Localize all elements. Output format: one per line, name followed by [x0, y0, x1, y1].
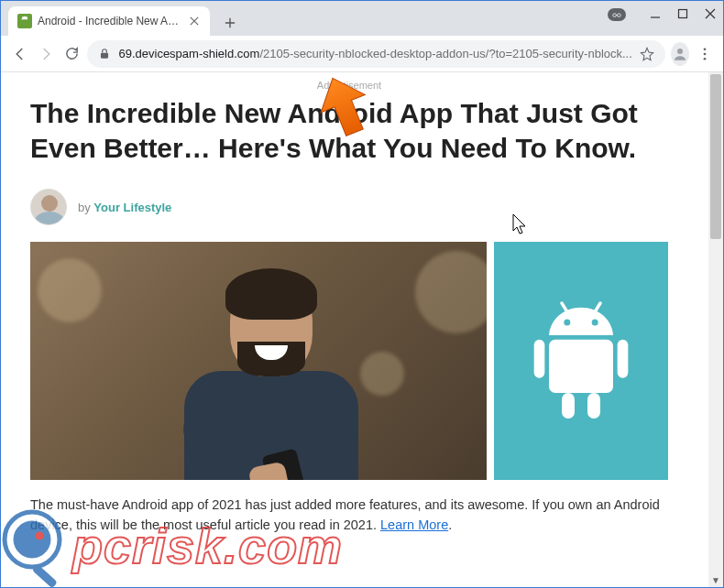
- incognito-icon: [608, 8, 626, 21]
- close-window-button[interactable]: [705, 6, 716, 23]
- svg-point-7: [703, 57, 706, 60]
- scrollbar-down-arrow-icon[interactable]: ▼: [708, 572, 723, 587]
- bookmark-star-icon[interactable]: [640, 47, 654, 61]
- window-titlebar: Android - Incredible New App - I: [1, 1, 723, 36]
- learn-more-link[interactable]: Learn More: [380, 517, 448, 532]
- svg-point-1: [618, 14, 621, 17]
- browser-tab[interactable]: Android - Incredible New App - I: [8, 6, 210, 36]
- svg-line-10: [562, 303, 567, 311]
- svg-rect-16: [587, 393, 600, 419]
- page-content: Advertisement The Incredible New Android…: [1, 72, 697, 536]
- svg-point-0: [613, 14, 617, 17]
- svg-line-11: [595, 303, 600, 311]
- svg-rect-14: [618, 340, 629, 378]
- svg-point-5: [703, 48, 706, 50]
- svg-rect-13: [534, 340, 545, 378]
- browser-toolbar: 69.devicespam-shield.com/2105-security-n…: [1, 36, 723, 72]
- svg-rect-3: [101, 52, 108, 58]
- lock-icon: [98, 48, 111, 60]
- back-button[interactable]: [10, 41, 30, 67]
- svg-rect-15: [562, 393, 575, 419]
- advertisement-label: Advertisement: [30, 80, 668, 91]
- svg-rect-12: [549, 340, 613, 393]
- svg-rect-2: [679, 10, 687, 18]
- hero-row: [30, 242, 668, 480]
- profile-avatar-button[interactable]: [671, 42, 690, 66]
- hero-side-panel: [494, 242, 668, 480]
- svg-point-9: [592, 320, 598, 326]
- svg-point-8: [564, 320, 570, 326]
- address-bar[interactable]: 69.devicespam-shield.com/2105-security-n…: [87, 40, 664, 68]
- scrollbar-thumb[interactable]: [710, 74, 721, 239]
- page-viewport: ▲ ▼ Advertisement The Incredible New And…: [1, 72, 723, 587]
- svg-point-4: [677, 49, 683, 54]
- author-name-link[interactable]: Your Lifestyle: [93, 201, 171, 214]
- window-controls: [608, 6, 716, 23]
- menu-button[interactable]: [695, 42, 714, 66]
- minimize-button[interactable]: [650, 6, 661, 23]
- new-tab-button[interactable]: [217, 10, 243, 36]
- byline-text: by Your Lifestyle: [78, 201, 171, 214]
- article-body-text: The must-have Android app of 2021 has ju…: [30, 497, 660, 532]
- forward-button[interactable]: [36, 41, 56, 67]
- tab-favicon-android-icon: [17, 14, 32, 28]
- vertical-scrollbar[interactable]: ▲ ▼: [708, 72, 723, 587]
- article-headline: The Incredible New Android App That Just…: [30, 96, 668, 165]
- svg-point-6: [703, 52, 706, 55]
- reload-button[interactable]: [61, 41, 82, 67]
- article-body: The must-have Android app of 2021 has ju…: [30, 495, 668, 536]
- url-text: 69.devicespam-shield.com/2105-security-n…: [118, 47, 631, 60]
- close-icon[interactable]: [188, 15, 201, 27]
- maximize-button[interactable]: [677, 6, 688, 23]
- byline-prefix: by: [78, 201, 93, 214]
- article-byline: by Your Lifestyle: [30, 189, 668, 225]
- hero-photo: [30, 242, 487, 480]
- period: .: [448, 517, 452, 532]
- tab-title: Android - Incredible New App - I: [38, 15, 182, 27]
- author-avatar: [30, 189, 67, 225]
- android-icon: [526, 297, 636, 425]
